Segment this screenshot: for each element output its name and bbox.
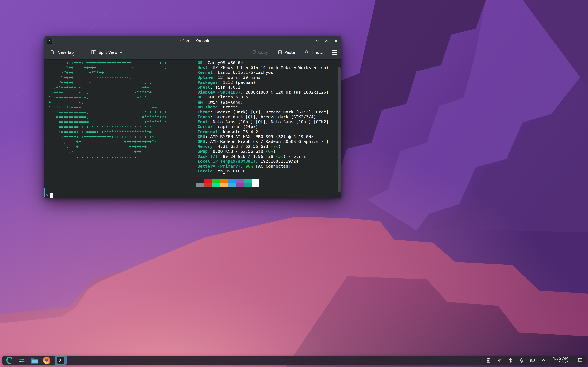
- titlebar[interactable]: > ~ : fish — Konsole: [44, 36, 341, 45]
- taskbar-panel: 4:35 AM 6/8/25: [2, 356, 586, 365]
- palette-swatch: [236, 183, 244, 187]
- paste-button[interactable]: Paste: [276, 48, 297, 57]
- copy-label: Copy: [258, 50, 268, 55]
- scrollbar-thumb[interactable]: [338, 67, 341, 192]
- fetch-info-line: Font: Noto Sans (10pt) [Qt], Noto Sans (…: [198, 119, 329, 124]
- volume-muted-icon[interactable]: [497, 358, 502, 363]
- toolbar: New Tab Split View Copy: [44, 45, 341, 59]
- folder-icon: [30, 356, 39, 365]
- fetch-info-line: Shell: fish 4.0.2: [198, 85, 329, 90]
- fetch-info-line: CPU: AMD RYZEN AI MAX+ PRO 395 (32) @ 5.…: [198, 134, 329, 139]
- prompt-cwd: ~: [46, 188, 49, 192]
- prompt-highlight-bar: [44, 188, 45, 198]
- cachyos-logo-icon: [5, 356, 14, 365]
- palette-swatch: [220, 183, 228, 187]
- terminal-cursor: [51, 193, 53, 198]
- konsole-icon: [57, 356, 65, 364]
- fetch-info-line: Theme: Breeze (Dark) [Qt], Breeze-Dark […: [198, 109, 329, 114]
- new-tab-label: New Tab: [58, 50, 74, 55]
- bluetooth-icon[interactable]: [508, 358, 513, 363]
- chevron-up-icon: [325, 39, 329, 43]
- terminal-scrollbar[interactable]: [337, 59, 341, 198]
- fetch-info-line: WM Theme: Breeze: [198, 105, 329, 109]
- minimize-button[interactable]: [315, 38, 320, 43]
- app-dolphin-file-manager[interactable]: [30, 356, 39, 365]
- palette-swatch: [196, 179, 204, 183]
- network-wired-icon[interactable]: [530, 358, 535, 363]
- palette-row-normal: [196, 179, 259, 183]
- konsole-window: > ~ : fish — Konsole New Tab: [44, 36, 341, 198]
- app-system-settings[interactable]: [17, 356, 26, 365]
- find-label: Find…: [311, 50, 323, 55]
- paste-label: Paste: [285, 50, 295, 55]
- new-tab-dropdown-chevron-icon[interactable]: [73, 53, 76, 58]
- palette-swatch: [251, 183, 259, 187]
- copy-button[interactable]: Copy: [249, 48, 270, 57]
- task-manager: [5, 356, 67, 365]
- split-view-button[interactable]: Split View: [89, 48, 125, 57]
- konsole-app-icon: >: [47, 38, 53, 44]
- ascii-art-footer: .........................: [46, 154, 137, 159]
- digital-clock[interactable]: 4:35 AM 6/8/25: [553, 357, 568, 364]
- fetch-info-line: Memory: 4.31 GiB / 62.56 GiB (7%): [198, 144, 329, 149]
- fetch-info-line: DE: KDE Plasma 6.3.5: [198, 95, 329, 100]
- ascii-logo: :++===++==================- :++- :*++===…: [46, 60, 180, 159]
- fetch-info-line: Cursor: capitaine (24px): [198, 124, 329, 129]
- fetch-info-line: OS: CachyOS x86_64: [198, 60, 329, 65]
- fetch-info-line: WM: KWin (Wayland): [198, 100, 329, 105]
- close-button[interactable]: [334, 38, 338, 43]
- tray-expand-chevron-icon[interactable]: [541, 358, 546, 363]
- maximize-button[interactable]: [324, 38, 329, 43]
- fetch-info-line: Packages: 1212 (pacman): [198, 80, 329, 85]
- fetch-info-line: Icons: breeze-dark [Qt], breeze-dark [GT…: [198, 114, 329, 119]
- fetch-info-line: Kernel: Linux 6.15.1-5-cachyos: [198, 70, 329, 75]
- palette-swatch: [243, 179, 251, 183]
- fetch-info-line: Battery (Primary): 98% [AC Connected]: [198, 164, 329, 169]
- split-view-chevron-icon: [120, 51, 122, 53]
- find-button[interactable]: Find…: [302, 48, 325, 57]
- prompt-symbol: >: [46, 192, 49, 197]
- search-icon: [304, 50, 310, 55]
- palette-swatch: [212, 179, 220, 183]
- palette-swatch: [243, 183, 251, 187]
- fetch-info-line: Host: HP ZBook Ultra G1a 14 inch Mobile …: [198, 65, 329, 70]
- copy-icon: [251, 50, 256, 55]
- palette-swatch: [196, 183, 204, 187]
- close-icon: [334, 39, 338, 43]
- fetch-info: OS: CachyOS x86_64Host: HP ZBook Ultra G…: [198, 60, 329, 174]
- fetch-info-line: GPU: AMD Radeon Graphics / Radeon 8050S …: [198, 139, 329, 144]
- fetch-info-line: Local IP (enp197s0f3u1): 192.168.1.19/24: [198, 159, 329, 164]
- palette-swatch: [228, 179, 236, 183]
- terminal-viewport[interactable]: :++===++==================- :++- :*++===…: [44, 59, 341, 198]
- fetch-info-line: Swap: 8.00 KiB / 62.56 GiB (0%): [198, 149, 329, 154]
- chevron-down-icon: [315, 39, 319, 43]
- show-desktop-button[interactable]: [577, 358, 583, 363]
- split-view-icon: [91, 50, 96, 55]
- palette-swatch: [220, 179, 228, 183]
- fetch-info-line: Terminal: konsole 25.4.2: [198, 129, 329, 134]
- palette-row-bright: [196, 183, 259, 187]
- menu-button[interactable]: [331, 49, 338, 56]
- fetch-info-line: Display (SDC41B3): 2880x1800 @ 120 Hz (a…: [198, 90, 329, 95]
- new-tab-button[interactable]: New Tab: [48, 48, 76, 57]
- app-launcher-cachyos[interactable]: [5, 356, 14, 365]
- palette-swatch: [212, 183, 220, 187]
- palette-swatch: [228, 183, 236, 187]
- system-tray: 4:35 AM 6/8/25: [485, 357, 583, 364]
- palette-swatch: [236, 179, 244, 183]
- settings-sliders-icon: [17, 356, 26, 365]
- window-title: ~ : fish — Konsole: [44, 39, 341, 43]
- fetch-info-line: Disk (/): 99.24 GiB / 1.86 TiB (5%) - bt…: [198, 154, 329, 159]
- paste-icon: [277, 50, 283, 55]
- clipboard-icon[interactable]: [485, 358, 491, 363]
- firefox-icon: [43, 356, 51, 365]
- fetch-info-line: Uptime: 12 hours, 39 mins: [198, 75, 329, 80]
- ascii-art-body: :++===++==================- :++- :*++===…: [46, 60, 180, 154]
- clock-time: 4:35 AM: [553, 357, 568, 361]
- app-firefox[interactable]: [42, 356, 51, 365]
- brightness-icon[interactable]: [519, 358, 524, 363]
- taskbar-entry-konsole-active[interactable]: [55, 356, 67, 365]
- new-tab-icon: [50, 50, 56, 55]
- fetch-info-line: Locale: en_US.UTF-8: [198, 169, 329, 174]
- clock-date: 6/8/25: [553, 361, 568, 364]
